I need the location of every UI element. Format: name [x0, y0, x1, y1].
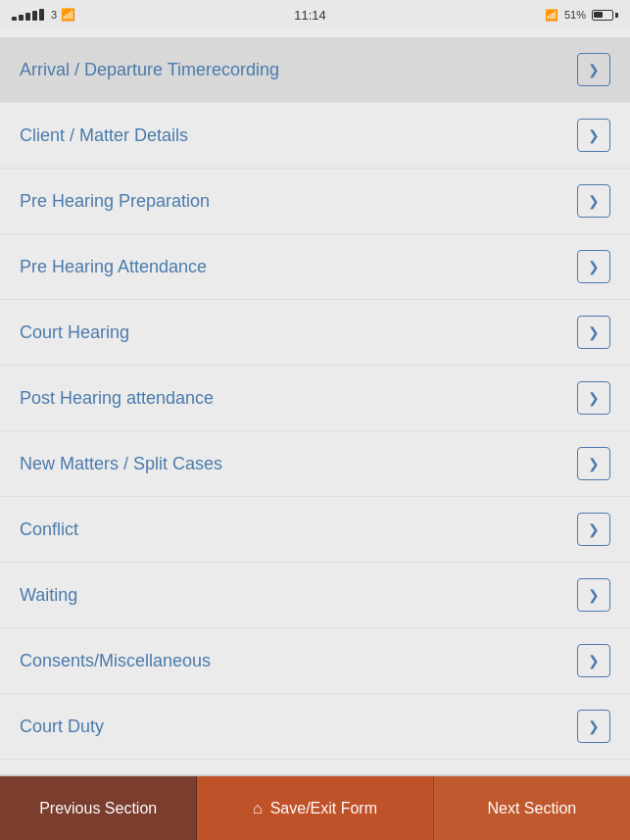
- section-arrow-arrival-departure[interactable]: ❯: [577, 53, 610, 86]
- section-label-arrival-departure: Arrival / Departure Timerecording: [20, 60, 279, 80]
- battery-indicator: [592, 10, 618, 21]
- section-item-arrival-departure[interactable]: Arrival / Departure Timerecording❯: [0, 37, 630, 103]
- section-item-consents-misc[interactable]: Consents/Miscellaneous❯: [0, 628, 630, 694]
- section-arrow-new-matters[interactable]: ❯: [577, 447, 610, 480]
- section-item-post-hearing-attendance[interactable]: Post Hearing attendance❯: [0, 366, 630, 431]
- bottom-toolbar: Previous Section ⌂ Save/Exit Form Next S…: [0, 774, 630, 840]
- next-section-label: Next Section: [487, 800, 576, 817]
- section-label-waiting: Waiting: [20, 585, 77, 606]
- section-arrow-consents-misc[interactable]: ❯: [577, 644, 610, 677]
- section-arrow-pre-hearing-prep[interactable]: ❯: [577, 184, 610, 218]
- section-label-court-hearing: Court Hearing: [20, 322, 129, 343]
- section-label-court-duty: Court Duty: [20, 716, 104, 737]
- section-arrow-court-hearing[interactable]: ❯: [577, 316, 610, 349]
- save-exit-label: Save/Exit Form: [270, 800, 377, 817]
- main-content: Arrival / Departure Timerecording❯Client…: [0, 29, 630, 774]
- carrier-label: 3: [51, 9, 57, 21]
- signal-dots: [12, 9, 44, 21]
- save-exit-button[interactable]: ⌂ Save/Exit Form: [197, 776, 433, 840]
- section-item-court-duty[interactable]: Court Duty❯: [0, 694, 630, 760]
- prev-section-button[interactable]: Previous Section: [0, 776, 197, 840]
- section-item-client-matter[interactable]: Client / Matter Details❯: [0, 103, 630, 169]
- battery-percent: 51%: [564, 9, 586, 21]
- section-item-pre-hearing-prep[interactable]: Pre Hearing Preparation❯: [0, 169, 630, 234]
- bluetooth-icon: 📶: [545, 9, 558, 22]
- status-right: 📶 51%: [545, 9, 618, 22]
- section-label-client-matter: Client / Matter Details: [20, 125, 188, 146]
- section-item-court-hearing[interactable]: Court Hearing❯: [0, 300, 630, 366]
- status-left: 3 📶: [12, 8, 75, 22]
- clock: 11:14: [294, 8, 326, 23]
- section-arrow-court-duty[interactable]: ❯: [577, 710, 610, 743]
- section-label-pre-hearing-prep: Pre Hearing Preparation: [20, 191, 210, 212]
- section-label-post-hearing-attendance: Post Hearing attendance: [20, 388, 214, 409]
- status-bar: 3 📶 11:14 📶 51%: [0, 0, 630, 29]
- section-item-conflict[interactable]: Conflict❯: [0, 497, 630, 563]
- section-arrow-post-hearing-attendance[interactable]: ❯: [577, 381, 610, 415]
- home-icon: ⌂: [253, 800, 263, 817]
- section-label-conflict: Conflict: [20, 519, 78, 540]
- section-arrow-pre-hearing-attendance[interactable]: ❯: [577, 250, 610, 283]
- section-item-pre-hearing-attendance[interactable]: Pre Hearing Attendance❯: [0, 234, 630, 300]
- section-arrow-waiting[interactable]: ❯: [577, 578, 610, 612]
- section-list: Arrival / Departure Timerecording❯Client…: [0, 37, 630, 760]
- section-label-consents-misc: Consents/Miscellaneous: [20, 651, 211, 671]
- section-arrow-client-matter[interactable]: ❯: [577, 119, 610, 152]
- section-arrow-conflict[interactable]: ❯: [577, 513, 610, 546]
- section-item-new-matters[interactable]: New Matters / Split Cases❯: [0, 431, 630, 497]
- next-section-button[interactable]: Next Section: [434, 776, 630, 840]
- section-label-pre-hearing-attendance: Pre Hearing Attendance: [20, 257, 207, 277]
- section-label-new-matters: New Matters / Split Cases: [20, 454, 222, 474]
- section-item-waiting[interactable]: Waiting❯: [0, 563, 630, 628]
- prev-section-label: Previous Section: [39, 800, 157, 817]
- wifi-icon: 📶: [61, 8, 75, 22]
